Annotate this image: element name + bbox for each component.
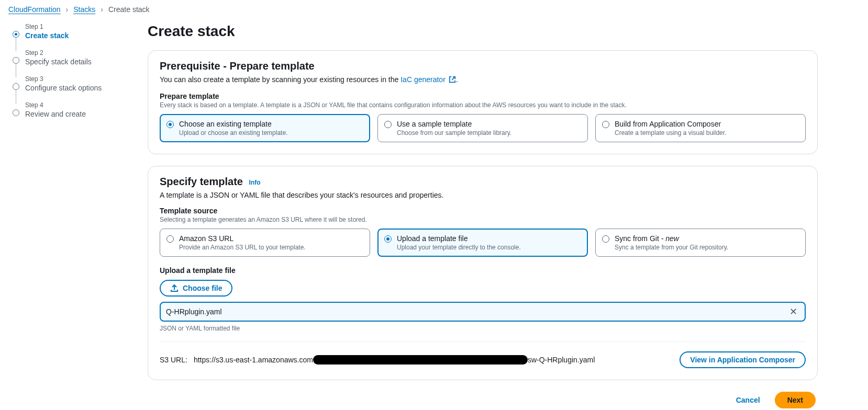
prereq-subtitle-post: . [456,75,458,84]
specify-heading: Specify template Info [160,176,806,188]
option-sync-git[interactable]: Sync from Git - new Sync a template from… [595,229,806,257]
wizard-footer: Cancel Next [148,392,818,408]
external-link-icon [449,76,456,85]
prereq-subtitle-pre: You can also create a template by scanni… [160,75,400,84]
radio-icon [384,121,392,128]
upload-label: Upload a template file [160,266,806,275]
option-upload-file[interactable]: Upload a template file Upload your templ… [377,229,588,257]
option-title: Use a sample template [397,120,511,128]
step-3[interactable]: Step 3 Configure stack options [13,75,129,101]
cancel-button[interactable]: Cancel [730,392,766,408]
prerequisite-panel: Prerequisite - Prepare template You can … [148,50,818,154]
s3-url-value: https://s3.us-east-1.amazonaws.comsw-Q-H… [194,355,595,365]
step-1[interactable]: Step 1 Create stack [13,23,129,49]
iac-generator-link[interactable]: IaC generator [400,75,456,84]
template-source-options: Amazon S3 URL Provide an Amazon S3 URL t… [160,229,806,257]
next-button[interactable]: Next [775,392,816,408]
step-number: Step 2 [25,49,129,56]
option-application-composer[interactable]: Build from Application Composer Create a… [595,114,806,142]
choose-file-button[interactable]: Choose file [160,280,232,297]
template-source-help: Selecting a template generates an Amazon… [160,216,806,223]
s3-url-label: S3 URL: [160,356,187,364]
upload-section: Upload a template file Choose file Q-HRp… [160,266,806,332]
specify-template-panel: Specify template Info A template is a JS… [148,166,818,380]
prereq-subtitle: You can also create a template by scanni… [160,75,806,85]
step-number: Step 1 [25,23,129,30]
prepare-template-label: Prepare template [160,92,806,100]
option-desc: Upload or choose an existing template. [179,129,287,136]
step-indicator-icon [13,83,19,90]
option-sample-template[interactable]: Use a sample template Choose from our sa… [377,114,588,142]
s3-url-row: S3 URL: https://s3.us-east-1.amazonaws.c… [160,341,806,368]
main-content: Create stack Prerequisite - Prepare temp… [148,23,818,408]
step-title: Specify stack details [25,58,129,66]
template-source-label: Template source [160,207,806,215]
radio-icon [602,121,609,128]
option-title: Upload a template file [397,234,521,243]
chevron-right-icon: › [66,5,69,14]
redacted-segment [313,355,528,365]
step-indicator-icon [13,57,19,64]
chevron-right-icon: › [101,5,103,14]
option-desc: Upload your template directly to the con… [397,244,521,251]
step-indicator-icon [13,31,19,38]
radio-icon [166,235,174,243]
breadcrumb: CloudFormation › Stacks › Create stack [8,5,860,14]
breadcrumb-stacks[interactable]: Stacks [73,5,95,14]
prereq-heading: Prerequisite - Prepare template [160,60,806,72]
option-s3-url[interactable]: Amazon S3 URL Provide an Amazon S3 URL t… [160,229,370,257]
radio-icon [384,235,392,243]
radio-icon [166,121,174,128]
step-number: Step 3 [25,75,129,83]
option-title: Build from Application Composer [615,120,726,128]
wizard-stepper: Step 1 Create stack Step 2 Specify stack… [8,23,129,128]
file-format-help: JSON or YAML formatted file [160,325,806,332]
option-desc: Sync a template from your Git repository… [615,244,728,251]
page-title: Create stack [148,23,818,40]
option-title: Sync from Git - new [615,234,728,243]
view-in-composer-button[interactable]: View in Application Composer [680,351,806,368]
option-title: Amazon S3 URL [179,234,306,243]
uploaded-file-field: Q-HRplugin.yaml ✕ [160,302,806,322]
option-title: Choose an existing template [179,120,287,128]
option-desc: Provide an Amazon S3 URL to your templat… [179,244,306,251]
option-desc: Create a template using a visual builder… [615,129,726,136]
new-badge: - new [661,234,679,243]
prepare-template-options: Choose an existing template Upload or ch… [160,114,806,142]
info-link[interactable]: Info [249,179,261,186]
step-title: Create stack [25,31,129,40]
step-title: Review and create [25,110,129,118]
step-4[interactable]: Step 4 Review and create [13,101,129,128]
option-desc: Choose from our sample template library. [397,129,511,136]
prepare-template-help: Every stack is based on a template. A te… [160,101,806,109]
radio-icon [602,235,609,243]
step-2[interactable]: Step 2 Specify stack details [13,49,129,75]
breadcrumb-current: Create stack [108,5,150,14]
specify-subtitle: A template is a JSON or YAML file that d… [160,191,806,199]
option-existing-template[interactable]: Choose an existing template Upload or ch… [160,114,370,142]
breadcrumb-cloudformation[interactable]: CloudFormation [8,5,61,14]
uploaded-filename: Q-HRplugin.yaml [166,308,787,316]
upload-icon [170,284,179,292]
step-indicator-icon [13,109,19,116]
step-title: Configure stack options [25,84,129,92]
clear-file-button[interactable]: ✕ [787,306,799,317]
step-number: Step 4 [25,101,129,109]
